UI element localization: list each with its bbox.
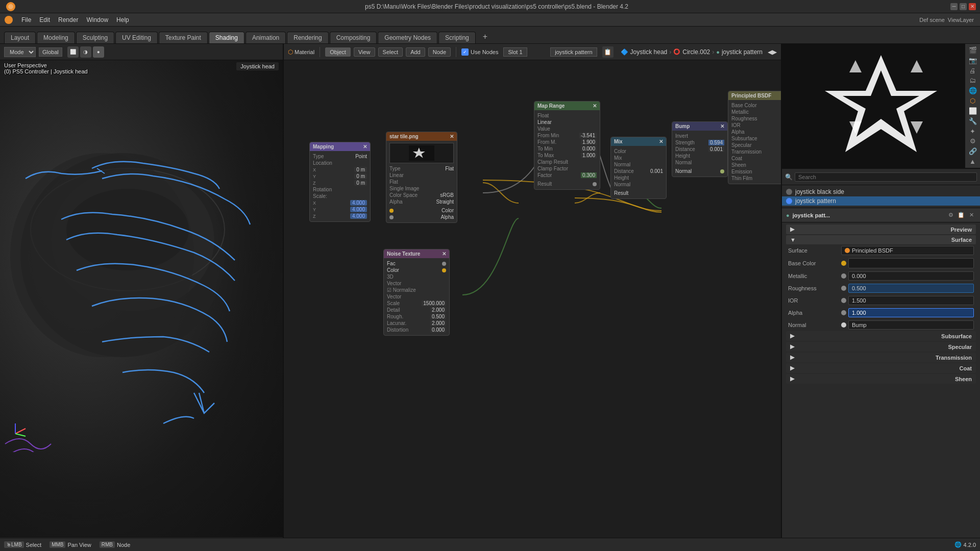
mat-item-black-side[interactable]: joystick black side bbox=[782, 187, 980, 196]
material-header-bar: ● joystick patt... ⚙ 📋 ✕ bbox=[782, 208, 980, 222]
map-range-close-icon[interactable]: ✕ bbox=[593, 103, 597, 109]
menu-render[interactable]: Render bbox=[54, 13, 82, 27]
menu-file[interactable]: File bbox=[17, 13, 35, 27]
tab-uv-editing[interactable]: UV Editing bbox=[115, 32, 158, 43]
breadcrumb-sep2: › bbox=[712, 48, 714, 56]
close-button[interactable]: ✕ bbox=[969, 3, 976, 10]
star-tile-node[interactable]: star tile.png ✕ TypeFlat Linear Flat Sin… bbox=[386, 132, 457, 223]
search-input[interactable] bbox=[795, 172, 977, 182]
specular-header[interactable]: ▶ Specular bbox=[786, 342, 976, 352]
tab-animation[interactable]: Animation bbox=[246, 32, 286, 43]
menu-window[interactable]: Window bbox=[82, 13, 112, 27]
tab-texture-paint[interactable]: Texture Paint bbox=[159, 32, 208, 43]
particles-icon[interactable]: ✦ bbox=[967, 127, 979, 136]
menu-edit[interactable]: Edit bbox=[35, 13, 54, 27]
object-props-icon[interactable]: ⬜ bbox=[967, 107, 979, 115]
surface-value[interactable]: Principled BSDF bbox=[841, 246, 974, 255]
properties-search-bar: 🔍 bbox=[782, 169, 980, 185]
viewport-shading-rendered[interactable]: ● bbox=[93, 46, 104, 58]
texture-preview-area: 🎬 📷 🖨 🗂 🌐 ⬡ ⬜ 🔧 ✦ ⚙ 🔗 ▲ bbox=[782, 44, 980, 169]
mapping-node[interactable]: Mapping ✕ TypePoint Location X0 m Y0 m Z… bbox=[309, 142, 371, 222]
render-icon[interactable]: 📷 bbox=[967, 56, 979, 65]
normal-value[interactable]: Bump bbox=[848, 320, 974, 330]
material-icon[interactable]: ⬡ bbox=[967, 96, 979, 105]
viewport-global-button[interactable]: Global bbox=[39, 47, 62, 57]
surface-header[interactable]: ▼ Surface bbox=[786, 235, 976, 244]
ior-value[interactable]: 1.500 bbox=[848, 296, 974, 305]
output-icon[interactable]: 🖨 bbox=[967, 66, 979, 75]
use-nodes-toggle[interactable]: ✓ Use Nodes bbox=[461, 48, 498, 56]
ior-socket bbox=[841, 298, 846, 303]
node-menu-button[interactable]: Node bbox=[428, 47, 451, 57]
mix-close-icon[interactable]: ✕ bbox=[659, 139, 663, 144]
mat-settings-icon[interactable]: ⚙ bbox=[946, 211, 955, 220]
coat-arrow-icon: ▶ bbox=[790, 365, 794, 371]
mat-name-black-side: joystick black side bbox=[795, 188, 844, 195]
viewport-mode-select[interactable]: Mode bbox=[4, 47, 36, 57]
mat-delete-icon[interactable]: ✕ bbox=[967, 211, 976, 220]
alpha-socket bbox=[841, 310, 846, 315]
editor-type-button[interactable]: ⬡ Material bbox=[288, 48, 314, 56]
select-button[interactable]: Select bbox=[378, 47, 403, 57]
constraints-icon[interactable]: 🔗 bbox=[967, 147, 979, 156]
subsurface-label: Subsurface bbox=[941, 333, 972, 339]
base-color-swatch[interactable] bbox=[848, 258, 974, 268]
add-button[interactable]: Add bbox=[406, 47, 425, 57]
mapping-close-icon[interactable]: ✕ bbox=[363, 144, 367, 149]
nav-arrows[interactable]: ◀▶ bbox=[768, 48, 777, 56]
star-tile-close-icon[interactable]: ✕ bbox=[450, 134, 454, 139]
map-range-node[interactable]: Map Range ✕ Float Linear Value From Min-… bbox=[534, 101, 600, 190]
object-mode-button[interactable]: Object bbox=[325, 47, 351, 57]
view-layer-icon[interactable]: 🗂 bbox=[967, 76, 979, 85]
roughness-socket bbox=[841, 286, 846, 291]
modifier-icon[interactable]: 🔧 bbox=[967, 117, 979, 126]
roughness-value[interactable]: 0.500 bbox=[848, 284, 974, 293]
alpha-value[interactable]: 1.000 bbox=[848, 308, 974, 317]
metallic-row: Metallic 0.000 bbox=[786, 270, 976, 282]
tab-compositing[interactable]: Compositing bbox=[330, 32, 377, 43]
noise-body: Fac Color 3D Vector ☑ Normalize Vector S… bbox=[384, 258, 449, 335]
viewport-shading-solid[interactable]: ⬜ bbox=[67, 46, 79, 58]
axis-indicator bbox=[15, 423, 26, 436]
add-workspace-button[interactable]: + bbox=[477, 30, 494, 43]
version-label: 4.2.0 bbox=[964, 542, 976, 548]
physics-icon[interactable]: ⚙ bbox=[967, 137, 979, 145]
tab-shading[interactable]: Shading bbox=[209, 32, 244, 43]
blender-menu-logo[interactable] bbox=[2, 13, 15, 27]
metallic-socket bbox=[841, 273, 846, 279]
noise-texture-node[interactable]: Noise Texture ✕ Fac Color 3D Vector ☑ No… bbox=[383, 249, 450, 336]
data-icon[interactable]: ▲ bbox=[967, 157, 979, 166]
noise-close-icon[interactable]: ✕ bbox=[442, 251, 446, 257]
mat-item-pattern[interactable]: joystick pattern bbox=[782, 196, 980, 206]
minimize-button[interactable]: ─ bbox=[950, 3, 958, 10]
tab-scripting[interactable]: Scripting bbox=[438, 32, 476, 43]
material-dropdown[interactable]: joystick pattern bbox=[550, 47, 597, 57]
mat-copy-icon[interactable]: 📋 bbox=[957, 211, 966, 220]
scene-icon[interactable]: 🎬 bbox=[967, 46, 979, 55]
subsurface-header[interactable]: ▶ Subsurface bbox=[786, 331, 976, 341]
node-view-icon[interactable]: 📋 bbox=[602, 46, 614, 58]
node-canvas[interactable]: Mapping ✕ TypePoint Location X0 m Y0 m Z… bbox=[284, 60, 781, 551]
sheen-header[interactable]: ▶ Sheen bbox=[786, 374, 976, 384]
tab-modeling[interactable]: Modeling bbox=[37, 32, 75, 43]
maximize-button[interactable]: □ bbox=[960, 3, 967, 10]
transmission-header[interactable]: ▶ Transmission bbox=[786, 353, 976, 362]
tab-sculpting[interactable]: Sculpting bbox=[76, 32, 114, 43]
viewport-shading-material[interactable]: ◑ bbox=[80, 46, 91, 58]
metallic-value[interactable]: 0.000 bbox=[848, 271, 974, 281]
material-name-label: joystick patt... bbox=[793, 212, 830, 218]
tab-geometry-nodes[interactable]: Geometry Nodes bbox=[378, 32, 437, 43]
bump-close-icon[interactable]: ✕ bbox=[720, 123, 724, 129]
scene-props-icon[interactable]: 🌐 bbox=[967, 86, 979, 95]
slot-selector[interactable]: Slot 1 bbox=[503, 47, 527, 57]
bump-node[interactable]: Bump ✕ Invert Strength0.594 Distance0.00… bbox=[672, 121, 728, 177]
properties-panel: ▶ Preview ▼ Surface Surface Principled B… bbox=[782, 222, 980, 551]
principled-bsdf-node[interactable]: Principled BSDF ✕ Base Color Metallic Ro… bbox=[728, 91, 781, 184]
mix-node[interactable]: Mix ✕ Color Mix Normal Distance0.001 Hei… bbox=[610, 137, 667, 199]
preview-header[interactable]: ▶ Preview bbox=[786, 224, 976, 234]
menu-help[interactable]: Help bbox=[112, 13, 133, 27]
tab-layout[interactable]: Layout bbox=[4, 32, 36, 43]
coat-header[interactable]: ▶ Coat bbox=[786, 363, 976, 373]
tab-rendering[interactable]: Rendering bbox=[287, 32, 328, 43]
view-button[interactable]: View bbox=[354, 47, 375, 57]
